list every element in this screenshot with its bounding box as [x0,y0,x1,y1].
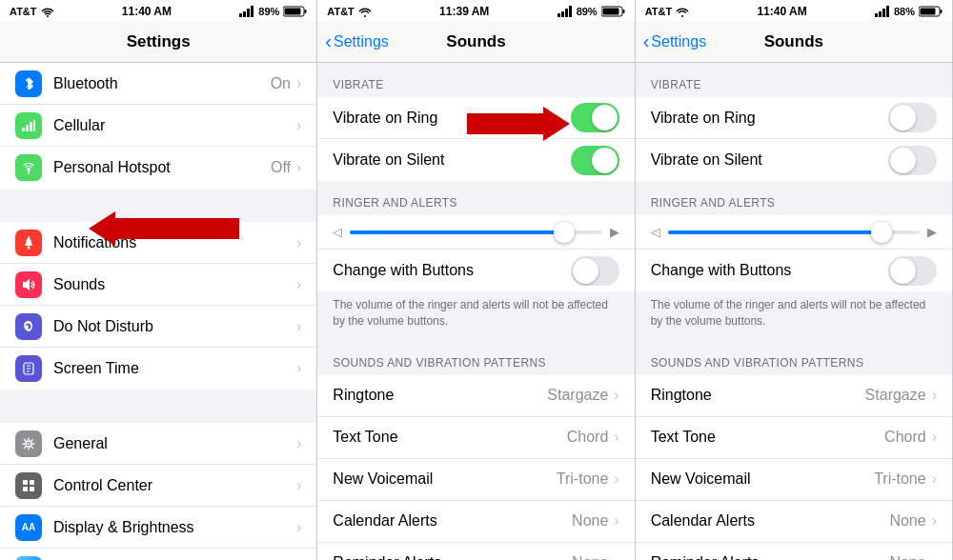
sounds-icon-container [15,271,42,298]
reminder-chevron-2: › [614,554,618,560]
displaybrightness-chevron: › [296,519,301,536]
hotspot-icon-container [15,154,42,181]
settings-item-controlcenter[interactable]: Control Center › [0,465,316,507]
sounds-symbol [21,277,36,292]
ringtone-item-3[interactable]: Ringtone Stargaze › [636,375,952,417]
slider-track-2[interactable] [350,230,601,234]
texttone-item-2[interactable]: Text Tone Chord › [317,417,634,459]
vibrate-silent-toggle-3[interactable] [888,146,937,175]
svg-rect-11 [33,120,35,131]
svg-point-16 [28,246,30,249]
reminder-item-3[interactable]: Reminder Alerts None › [636,543,952,560]
settings-item-notifications[interactable]: Notifications › [0,222,316,264]
patterns-group-3: Ringtone Stargaze › Text Tone Chord › Ne… [636,375,952,560]
change-buttons-item-3[interactable]: Change with Buttons [636,250,952,291]
calendar-item-2[interactable]: Calendar Alerts None › [317,501,634,543]
chevron-left-3: ‹ [643,31,650,50]
svg-rect-39 [622,10,624,13]
settings-item-bluetooth[interactable]: Bluetooth On › [0,63,316,105]
svg-point-32 [364,15,366,17]
wifi-icon-3 [676,7,689,17]
settings-group-2: Notifications › Sounds › [0,222,316,390]
nav-back-2[interactable]: ‹ Settings [325,32,388,50]
battery-icon-2 [601,6,625,17]
slider-thumb-2[interactable] [554,222,575,243]
vibrate-header-2: VIBRATE [317,63,634,97]
cellular-icon-container [15,112,42,139]
bluetooth-icon [15,70,42,97]
vibrate-silent-item-3[interactable]: Vibrate on Silent [636,139,952,181]
notifications-chevron: › [296,234,301,251]
change-buttons-item-2[interactable]: Change with Buttons [317,250,634,291]
svg-point-12 [27,168,30,171]
slider-fill-3 [668,230,882,234]
settings-item-wallpaper[interactable]: Wallpaper › [0,549,316,560]
donotdisturb-icon-container [15,313,42,340]
voicemail-item-3[interactable]: New Voicemail Tri-tone › [636,459,952,501]
settings-item-cellular[interactable]: Cellular › [0,105,316,147]
calendar-label-3: Calendar Alerts [651,512,890,530]
svg-rect-9 [26,125,29,131]
status-right-3: 88% [875,6,943,17]
vibrate-ring-toggle-2[interactable] [571,103,619,132]
ringtone-chevron-2: › [614,387,618,404]
nav-title-sounds-after: Sounds [764,32,823,51]
reminder-label-3: Reminder Alerts [651,554,890,560]
general-label: General [53,435,296,452]
vibrate-ring-toggle-3[interactable] [888,103,937,132]
svg-point-0 [47,15,49,17]
status-left-2: AT&T [327,6,372,17]
status-bar-3: AT&T 11:40 AM 88% [636,0,952,21]
sounds-before-content: VIBRATE Vibrate on Ring Vibrate on Silen… [317,63,634,560]
slider-thumb-3[interactable] [871,222,892,243]
ringtone-value-3: Stargaze [865,387,926,404]
slider-track-3[interactable] [668,230,920,234]
vibrate-silent-toggle-2[interactable] [571,146,619,175]
reminder-value-2: None [572,554,608,560]
svg-rect-6 [285,9,301,15]
patterns-header-2: SOUNDS AND VIBRATION PATTERNS [317,341,634,375]
svg-rect-25 [30,480,34,485]
vibrate-ring-item-2[interactable]: Vibrate on Ring [317,97,634,139]
volume-slider-2[interactable]: ◁ ▶ [317,215,634,250]
screentime-symbol [21,361,36,376]
status-bar-1: AT&T 11:40 AM 89% [0,0,316,21]
nav-back-3[interactable]: ‹ Settings [643,32,706,50]
settings-item-general[interactable]: General › [0,423,316,465]
reminder-item-2[interactable]: Reminder Alerts None › [317,543,634,560]
vibrate-ring-knob-3 [890,105,916,130]
svg-rect-3 [247,9,250,17]
ringer-group-3: ◁ ▶ Change with Buttons [636,215,952,291]
donotdisturb-chevron: › [296,318,301,335]
chevron-left-2: ‹ [325,31,332,50]
change-buttons-toggle-3[interactable] [888,256,937,286]
settings-item-sounds[interactable]: Sounds › [0,264,316,306]
settings-item-hotspot[interactable]: Personal Hotspot Off › [0,147,316,189]
svg-rect-38 [602,9,618,15]
change-buttons-toggle-2[interactable] [571,256,619,286]
settings-item-screentime[interactable]: Screen Time › [0,348,316,390]
calendar-item-3[interactable]: Calendar Alerts None › [636,501,952,543]
ringtone-chevron-3: › [932,387,937,404]
texttone-item-3[interactable]: Text Tone Chord › [636,417,952,459]
ringtone-value-2: Stargaze [547,387,608,404]
general-chevron: › [296,435,301,452]
settings-item-displaybrightness[interactable]: AA Display & Brightness › [0,507,316,549]
svg-rect-24 [23,480,28,485]
settings-item-donotdisturb[interactable]: Do Not Disturb › [0,306,316,348]
voicemail-item-2[interactable]: New Voicemail Tri-tone › [317,459,634,501]
volume-slider-3[interactable]: ◁ ▶ [636,215,952,250]
separator-1 [0,189,316,222]
svg-rect-8 [22,128,25,131]
svg-rect-41 [875,13,878,17]
vibrate-silent-item-2[interactable]: Vibrate on Silent [317,139,634,181]
svg-rect-7 [305,10,307,13]
vibrate-ring-item-3[interactable]: Vibrate on Ring [636,97,952,139]
battery-2: 89% [577,6,598,17]
calendar-label-2: Calendar Alerts [333,512,572,530]
ringer-header-2: RINGER AND ALERTS [317,181,634,215]
sounds-label: Sounds [53,276,296,293]
time-2: 11:39 AM [439,5,489,18]
ringtone-item-2[interactable]: Ringtone Stargaze › [317,375,634,417]
vibrate-ring-label-3: Vibrate on Ring [651,110,888,127]
